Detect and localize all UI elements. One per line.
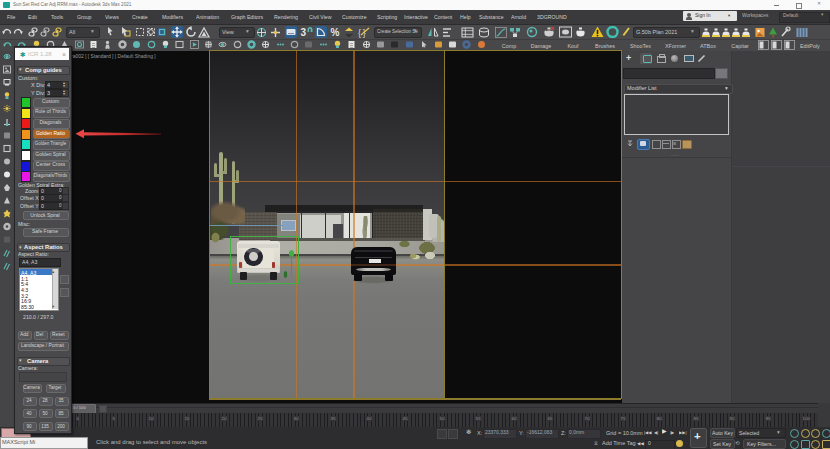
- svg-text:3: 3: [301, 27, 307, 38]
- svg-text:%: %: [331, 27, 340, 38]
